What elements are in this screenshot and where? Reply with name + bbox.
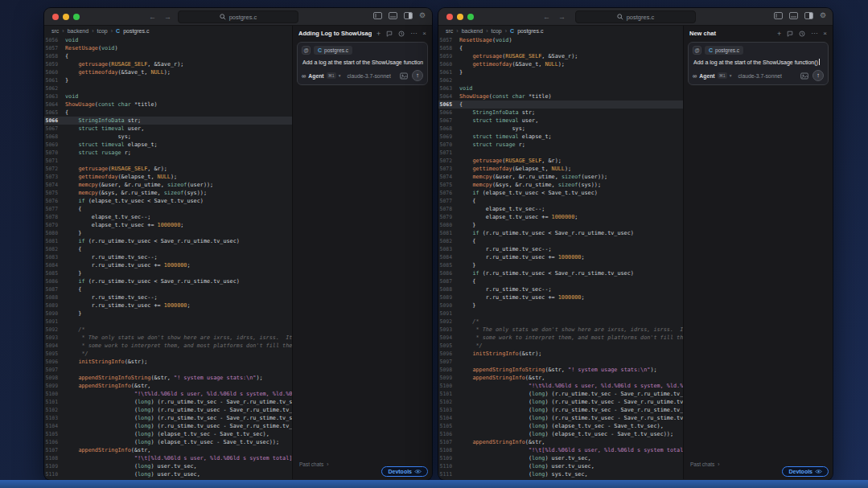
code-line[interactable]: 5074 memcpy(&user, &r.ru_utime, sizeof(u…: [438, 173, 683, 181]
code-line[interactable]: 5070 struct rusage r;: [44, 149, 292, 157]
code-line[interactable]: 5086 if (r.ru_stime.tv_usec < Save_r.ru_…: [438, 269, 683, 277]
more-options-icon[interactable]: ⋯: [410, 31, 417, 37]
code-line[interactable]: 5093 * The only stats we don't show here…: [44, 334, 292, 342]
toggle-bottom-dock-icon[interactable]: [789, 12, 798, 19]
code-line[interactable]: 5057ResetUsage(void): [438, 36, 683, 44]
code-line[interactable]: 5100 "!\t%ld.%06ld s user, %ld.%06ld s s…: [438, 382, 683, 390]
code-line[interactable]: 5097: [44, 366, 292, 374]
model-selector[interactable]: claude-3.7-sonnet: [347, 73, 390, 79]
past-chats-link[interactable]: Past chats ›: [299, 461, 329, 467]
code-line[interactable]: 5101 (long) (r.ru_utime.tv_sec - Save_r.…: [44, 398, 292, 406]
code-line[interactable]: 5076 if (elapse_t.tv_usec < Save_t.tv_us…: [438, 189, 683, 197]
close-window-button[interactable]: [446, 14, 453, 20]
code-line[interactable]: 5059 getrusage(RUSAGE_SELF, &Save_r);: [438, 52, 683, 60]
context-file-chip[interactable]: C postgres.c: [314, 46, 352, 55]
model-selector[interactable]: claude-3.7-sonnet: [738, 73, 781, 79]
code-editor[interactable]: src › backend › tcop › C postgres.c 5056…: [44, 26, 292, 479]
titlebar[interactable]: ← → postgres.c ⚙: [44, 8, 432, 26]
attach-image-icon[interactable]: [800, 72, 808, 80]
code-line[interactable]: 5087 {: [44, 285, 292, 293]
code-line[interactable]: 5072 getrusage(RUSAGE_SELF, &r);: [438, 157, 683, 165]
code-line[interactable]: 5089 r.ru_stime.tv_usec += 1000000;: [44, 301, 292, 310]
code-line[interactable]: 5057ResetUsage(void): [44, 44, 292, 52]
code-line[interactable]: 5094 * some work to interpret them, and …: [44, 342, 292, 350]
code-line[interactable]: 5104 (long) (r.ru_stime.tv_usec - Save_r…: [44, 422, 292, 430]
code-line[interactable]: 5073 gettimeofday(&elapse_t, NULL);: [438, 165, 683, 173]
breadcrumb-tcop[interactable]: tcop: [97, 28, 108, 34]
breadcrumb-filename[interactable]: postgres.c: [123, 28, 149, 34]
code-line[interactable]: 5071: [438, 149, 683, 157]
code-line[interactable]: 5059 getrusage(RUSAGE_SELF, &Save_r);: [44, 60, 292, 68]
code-line[interactable]: 5073 gettimeofday(&elapse_t, NULL);: [44, 173, 292, 181]
code-line[interactable]: 5060 gettimeofday(&Save_t, NULL);: [44, 68, 292, 76]
code-line[interactable]: 5081 if (r.ru_utime.tv_usec < Save_r.ru_…: [438, 229, 683, 237]
message-input[interactable]: Add a log at the start of the ShowUsage …: [693, 58, 824, 70]
code-line[interactable]: 5098 appendStringInfoString(&str, "! sys…: [44, 374, 292, 382]
code-line[interactable]: 5062: [438, 76, 683, 84]
code-line[interactable]: 5084 r.ru_utime.tv_usec += 1000000;: [438, 253, 683, 261]
code-line[interactable]: 5071: [44, 157, 292, 165]
code-line[interactable]: 5099 appendStringInfo(&str,: [438, 374, 683, 382]
code-line[interactable]: 5090 }: [438, 301, 683, 310]
breadcrumb-src[interactable]: src: [51, 28, 59, 34]
devtools-badge[interactable]: Devtools: [381, 466, 428, 477]
code-line[interactable]: 5089 r.ru_stime.tv_usec += 1000000;: [438, 293, 683, 301]
code-line[interactable]: 5101 (long) (r.ru_utime.tv_sec - Save_r.…: [438, 390, 683, 398]
breadcrumb[interactable]: src › backend › tcop › C postgres.c: [438, 26, 683, 36]
code-line[interactable]: 5095 */: [438, 342, 683, 350]
code-line[interactable]: 5107 appendStringInfo(&str,: [438, 438, 683, 446]
code-line[interactable]: 5092 /*: [438, 318, 683, 326]
code-line[interactable]: 5099 appendStringInfo(&str,: [44, 382, 292, 390]
code-line[interactable]: 5102 (long) (r.ru_utime.tv_usec - Save_r…: [44, 406, 292, 414]
code-line[interactable]: 5058{: [44, 52, 292, 60]
code-area[interactable]: 5057ResetUsage(void)5058{5059 getrusage(…: [438, 36, 683, 479]
code-line[interactable]: 5107 appendStringInfo(&str,: [44, 446, 292, 454]
code-line[interactable]: 5091: [44, 318, 292, 326]
send-button[interactable]: ↑: [412, 70, 423, 81]
history-clock-icon[interactable]: [799, 31, 805, 37]
new-thread-icon[interactable]: +: [376, 31, 381, 37]
file-search-field[interactable]: postgres.c: [575, 10, 696, 23]
file-search-field[interactable]: postgres.c: [178, 10, 298, 23]
minimize-window-button[interactable]: [457, 14, 463, 20]
code-line[interactable]: 5090 }: [44, 310, 292, 318]
code-line[interactable]: 5066 StringInfoData str;: [44, 117, 292, 125]
code-editor[interactable]: src › backend › tcop › C postgres.c 5057…: [438, 26, 683, 479]
past-chats-link[interactable]: Past chats ›: [690, 461, 720, 467]
code-line[interactable]: 5106 (long) (elapse_t.tv_usec - Save_t.t…: [438, 430, 683, 438]
code-line[interactable]: 5091: [438, 310, 683, 318]
close-window-button[interactable]: [52, 14, 59, 20]
code-line[interactable]: 5072 getrusage(RUSAGE_SELF, &r);: [44, 165, 292, 173]
code-line[interactable]: 5112 (long) sys.tv_usec);: [438, 478, 683, 479]
code-line[interactable]: 5087 {: [438, 277, 683, 285]
attach-image-icon[interactable]: [400, 72, 408, 80]
code-line[interactable]: 5110 (long) user.tv_usec,: [438, 462, 683, 470]
code-line[interactable]: 5070 struct rusage r;: [438, 141, 683, 149]
mode-selector[interactable]: Agent: [308, 73, 323, 79]
code-line[interactable]: 5079 elapse_t.tv_usec += 1000000;: [438, 213, 683, 221]
code-line[interactable]: 5109 (long) user.tv_sec,: [438, 454, 683, 462]
code-line[interactable]: 5065{: [44, 109, 292, 117]
new-thread-icon[interactable]: +: [777, 31, 781, 37]
breadcrumb-tcop[interactable]: tcop: [492, 28, 502, 34]
code-line[interactable]: 5063void: [438, 84, 683, 92]
code-line[interactable]: 5064ShowUsage(const char *title): [438, 92, 683, 100]
add-context-button[interactable]: @: [302, 46, 311, 55]
code-line[interactable]: 5085 }: [44, 269, 292, 277]
code-line[interactable]: 5096 initStringInfo(&str);: [438, 350, 683, 358]
code-line[interactable]: 5108 "!\t[%ld.%06ld s user, %ld.%06ld s …: [438, 446, 683, 454]
toggle-right-dock-icon[interactable]: [804, 12, 813, 19]
code-line[interactable]: 5088 r.ru_stime.tv_sec--;: [438, 285, 683, 293]
code-line[interactable]: 5067 struct timeval user,: [44, 125, 292, 133]
more-options-icon[interactable]: ⋯: [811, 31, 817, 37]
breadcrumb-filename[interactable]: postgres.c: [517, 28, 543, 34]
code-line[interactable]: 5068 sys;: [438, 125, 683, 133]
zoom-window-button[interactable]: [73, 14, 80, 20]
thread-bubble-icon[interactable]: [386, 31, 393, 37]
code-line[interactable]: 5096 initStringInfo(&str);: [44, 358, 292, 366]
code-area[interactable]: 5056void5057ResetUsage(void)5058{5059 ge…: [44, 36, 292, 479]
code-line[interactable]: 5078 elapse_t.tv_sec--;: [438, 205, 683, 213]
add-context-button[interactable]: @: [693, 46, 701, 55]
code-line[interactable]: 5064ShowUsage(const char *title): [44, 100, 292, 109]
close-panel-icon[interactable]: ×: [422, 31, 426, 37]
